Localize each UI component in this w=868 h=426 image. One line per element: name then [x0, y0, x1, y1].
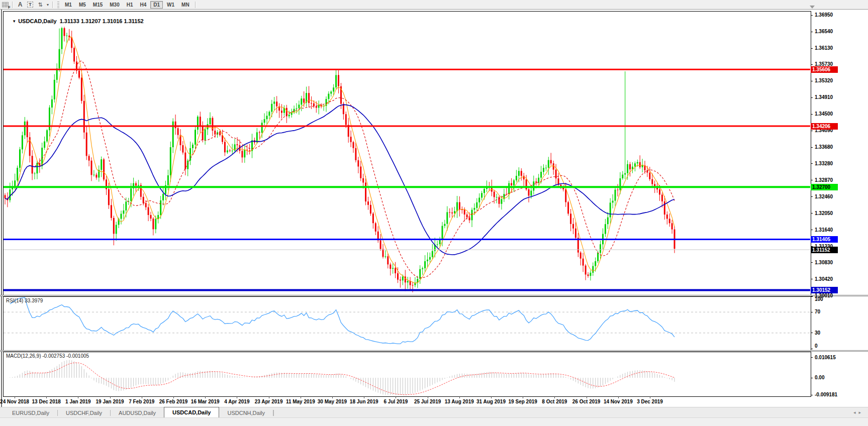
x-axis-label: 14 Nov 2019 [604, 399, 633, 404]
x-axis-tick-mark [364, 396, 364, 398]
chart-tab-usdcnh[interactable]: USDCNH,Daily [219, 408, 273, 418]
macd-label: MACD(12,26,9) -0.002753 -0.001005 [6, 353, 89, 359]
price-chart-canvas[interactable] [0, 0, 868, 426]
rsi-axis-tick-mark [811, 312, 813, 312]
chart-tab-audusd[interactable]: AUDUSD,Daily [111, 408, 164, 418]
x-axis-label: 25 Jul 2019 [414, 399, 441, 404]
tab-scroll-right-icon[interactable]: ▸ [858, 410, 864, 415]
terminal-window: F A T ⇅ ▾ M1M5M15M30H1H4D1W1MN ▼USDCAD,D… [0, 0, 868, 426]
chart-tab-bar: EURUSD,DailyUSDCHF,DailyAUDUSD,DailyUSDC… [0, 407, 868, 418]
x-axis-label: 19 Sep 2019 [509, 399, 537, 404]
y-axis-tick: 1.34910 [815, 95, 833, 100]
macd-axis-tick: 0.010615 [815, 355, 836, 360]
x-axis-tick-mark [523, 396, 523, 398]
x-axis-tick-mark [396, 396, 396, 398]
y-axis-tick: 1.30830 [815, 260, 833, 265]
price-line-label: 1.34206 [811, 123, 838, 130]
x-axis-tick-mark [554, 396, 555, 398]
x-axis-tick-mark [428, 396, 428, 398]
x-axis-label: 1 Jan 2019 [65, 399, 91, 404]
x-axis-tick-mark [269, 396, 269, 398]
price-line-label: 1.35606 [811, 66, 838, 73]
y-axis-tick: 1.32870 [815, 178, 833, 183]
macd-axis-tick: 0.00 [815, 375, 824, 380]
macd-axis-tick-mark [811, 357, 813, 358]
macd-axis-tick-mark [811, 378, 813, 378]
x-axis-label: 26 Feb 2019 [159, 399, 188, 404]
y-axis-tick-mark [811, 81, 813, 81]
x-axis-tick-mark [650, 396, 650, 398]
y-axis-tick: 1.32050 [815, 211, 833, 216]
x-axis-label: 4 Apr 2019 [224, 399, 249, 404]
x-axis-tick-mark [46, 396, 47, 398]
x-axis-tick-mark [15, 396, 15, 398]
y-axis-tick: 1.36130 [815, 46, 833, 51]
x-axis-tick-mark [587, 396, 587, 398]
rsi-axis-tick-mark [811, 296, 813, 297]
y-axis-tick: 1.30420 [815, 277, 833, 282]
y-axis-tick-mark [811, 15, 813, 16]
tab-separator [273, 410, 274, 416]
x-axis-label: 23 Apr 2019 [255, 399, 283, 404]
y-axis-tick-mark [811, 196, 813, 197]
x-axis-label: 26 Oct 2019 [572, 399, 601, 404]
x-axis-label: 13 Dec 2018 [32, 399, 61, 404]
y-axis-tick-mark [811, 180, 813, 180]
rsi-axis-tick: 30 [815, 331, 820, 336]
rsi-axis-tick: 100 [815, 297, 823, 302]
y-axis-tick-mark [811, 64, 813, 65]
y-axis-tick-mark [811, 279, 813, 279]
x-axis-tick-mark [491, 396, 492, 398]
x-axis-label: 3 Dec 2019 [637, 399, 663, 404]
y-axis-tick: 1.33280 [815, 161, 833, 166]
y-axis-tick: 1.33680 [815, 145, 833, 150]
rsi-axis-tick-mark [811, 349, 813, 349]
y-axis-tick-mark [811, 262, 813, 263]
rsi-label: RSI(14) 33.3979 [6, 298, 43, 303]
y-axis-tick: 1.32460 [815, 194, 833, 199]
rsi-axis-tick: 0 [815, 344, 818, 349]
y-axis-tick-mark [811, 114, 813, 115]
x-axis-label: 8 Oct 2019 [542, 399, 567, 404]
price-line-label: 1.31405 [811, 236, 838, 243]
x-axis-tick-mark [205, 396, 206, 398]
y-axis-tick: 1.34500 [815, 112, 833, 117]
x-axis-label: 30 May 2019 [318, 399, 347, 404]
y-axis-tick-mark [811, 230, 813, 230]
rsi-axis-tick: 70 [815, 309, 820, 314]
y-axis-tick-mark [811, 32, 813, 32]
y-axis-tick-mark [811, 131, 813, 131]
tab-scroll-left-icon[interactable]: ◂ [853, 410, 859, 415]
x-axis-tick-mark [110, 396, 111, 398]
y-axis-tick-mark [811, 163, 813, 164]
chart-tab-eurusd[interactable]: EURUSD,Daily [4, 408, 57, 418]
y-axis-tick: 1.35320 [815, 78, 833, 83]
x-axis-tick-mark [301, 396, 301, 398]
y-axis-tick: 1.36540 [815, 29, 833, 34]
x-axis-label: 11 May 2019 [286, 399, 315, 404]
y-axis-tick: 1.31640 [815, 228, 833, 233]
chart-tab-usdchf[interactable]: USDCHF,Daily [58, 408, 110, 418]
current-price-label: 1.31152 [811, 247, 838, 253]
x-axis-label: 13 Aug 2019 [445, 399, 474, 404]
x-axis-tick-mark [78, 396, 78, 398]
status-strip [0, 417, 868, 426]
x-axis-label: 16 Mar 2019 [191, 399, 220, 404]
x-axis-label: 24 Nov 2018 [0, 399, 29, 404]
chart-tab-usdcad[interactable]: USDCAD,Daily [164, 407, 219, 418]
x-axis-label: 31 Aug 2019 [476, 399, 506, 404]
y-axis-tick-mark [811, 147, 813, 148]
x-axis-tick-mark [142, 396, 142, 398]
tab-scroll-arrows[interactable]: ◂▸ [853, 410, 864, 415]
x-axis-label: 18 Jun 2019 [350, 399, 378, 404]
x-axis-tick-mark [459, 396, 460, 398]
x-axis-tick-mark [237, 396, 237, 398]
x-axis-label: 6 Jul 2019 [383, 399, 408, 404]
y-axis-tick-mark [811, 48, 813, 49]
price-line-label: 1.32700 [811, 184, 838, 190]
rsi-axis-tick-mark [811, 333, 813, 333]
x-axis-tick-mark [173, 396, 174, 398]
price-line-label: 1.30152 [811, 287, 838, 293]
x-axis-tick-mark [332, 396, 333, 398]
macd-axis-tick: -0.009181 [815, 392, 837, 397]
